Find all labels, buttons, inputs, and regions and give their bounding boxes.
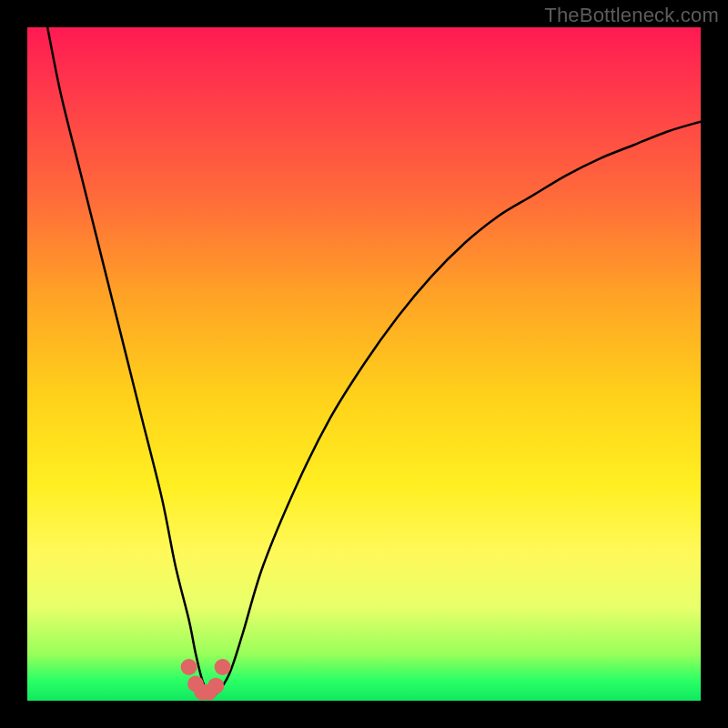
watermark-text: TheBottleneck.com: [544, 4, 719, 27]
curve-svg: [27, 27, 701, 701]
plot-area: [27, 27, 701, 701]
chart-frame: TheBottleneck.com: [0, 0, 728, 728]
highlight-markers: [181, 659, 231, 700]
bottleneck-curve: [47, 27, 701, 696]
marker-dot: [181, 659, 197, 675]
marker-dot: [215, 659, 231, 675]
marker-dot: [207, 678, 224, 694]
